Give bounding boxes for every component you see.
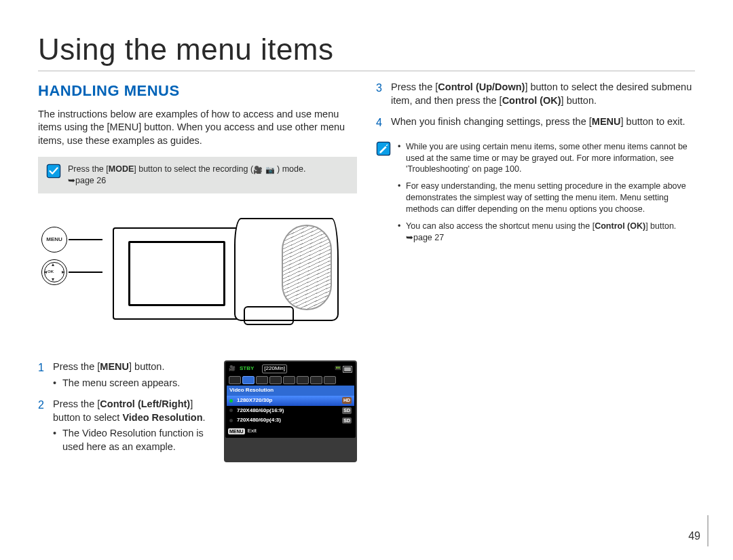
notes-block: While you are using certain menu items, … — [376, 141, 695, 249]
step-1-sub: The menu screen appears. — [53, 377, 214, 390]
time-remaining: [220Min] — [262, 365, 287, 373]
lcd-row-selected: 1280X720/30pHD — [227, 396, 354, 406]
step-3: Press the [Control (Up/Down)] button to … — [376, 81, 695, 107]
hd-badge: HD — [342, 397, 352, 403]
section-heading: HANDLING MENUS — [38, 81, 357, 101]
lcd-tabs — [227, 375, 354, 386]
check-icon — [46, 164, 61, 179]
right-steps: Press the [Control (Up/Down)] button to … — [376, 81, 695, 129]
lcd-menu-badge: MENU — [228, 428, 245, 434]
left-steps: Press the [MENU] button. The menu screen… — [38, 360, 214, 453]
sd-badge: SD — [342, 407, 352, 413]
step-1: Press the [MENU] button. The menu screen… — [38, 360, 214, 390]
graybox-page-ref: ➥page 26 — [68, 176, 106, 185]
left-column: HANDLING MENUS The instructions below ar… — [38, 81, 357, 462]
video-icon: 🎥 — [253, 166, 263, 174]
page-title: Using the menu items — [38, 33, 695, 71]
note-item: You can also access the shortcut menu us… — [398, 221, 695, 244]
photo-icon: 📷 — [265, 166, 275, 174]
ok-button-label: OK — [48, 269, 54, 274]
dpad-callout: ▴▾◂▸ OK — [41, 256, 102, 288]
step-2-sub: The Video Resolution function is used he… — [53, 427, 214, 453]
step-2: Press the [Control (Left/Right)] button … — [38, 398, 214, 453]
intro-text: The instructions below are examples of h… — [38, 108, 357, 148]
pencil-icon — [376, 141, 391, 156]
note-item: For easy understanding, the menu setting… — [398, 181, 695, 215]
mode-tip-box: Press the [MODE] button to select the re… — [38, 157, 357, 193]
lcd-section-title: Video Resolution — [227, 386, 354, 396]
camcorder-diagram: MENU ▴▾◂▸ OK — [41, 204, 354, 347]
sd-badge: SD — [342, 417, 352, 424]
camcorder-lcd — [113, 227, 241, 320]
dpad-icon: ▴▾◂▸ OK — [44, 262, 64, 282]
mode-label: MODE — [109, 164, 134, 174]
lcd-tab-active — [242, 376, 255, 384]
lcd-screenshot: 🎥 STBY [220Min] 📟 Video Resolution 1280X… — [224, 360, 357, 462]
menu-button-label: MENU — [46, 236, 62, 244]
step-4: When you finish changing settings, press… — [376, 115, 695, 129]
note-item: While you are using certain menu items, … — [398, 141, 695, 176]
battery-icon: 📟 — [335, 365, 352, 373]
menu-callout: MENU — [41, 223, 102, 256]
lcd-row: 720X480/60p(4:3)SD — [227, 415, 354, 426]
stby-label: STBY — [240, 365, 254, 373]
graybox-text: Press the [ — [68, 164, 109, 174]
lcd-exit-label: Exit — [248, 428, 257, 435]
right-column: Press the [Control (Up/Down)] button to … — [376, 81, 695, 462]
page-number: 49 — [688, 530, 700, 542]
lcd-row: 720X480/60p(16:9)SD — [227, 406, 354, 416]
camcorder-body — [234, 218, 339, 321]
record-mode-icon: 🎥 — [229, 365, 236, 373]
